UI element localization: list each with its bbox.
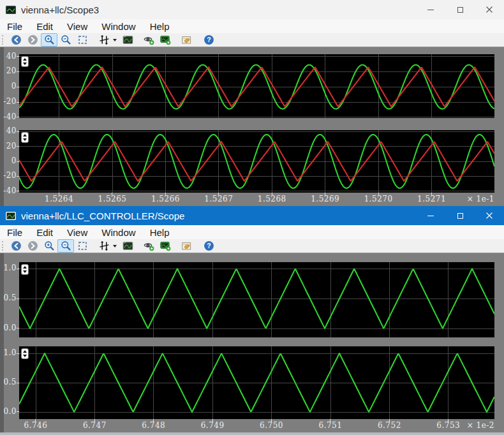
scope-canvas: 40200-20-40 40200-20-401.52641.52651.526… (0, 47, 504, 206)
autoscale-widget-icon[interactable] (21, 264, 29, 275)
ytick-mark (17, 161, 19, 162)
zoom-in-button[interactable] (41, 33, 57, 47)
menubar: FileEditViewWindowHelp (0, 225, 504, 239)
display-settings-button[interactable] (119, 239, 136, 253)
toolbar: ? (0, 239, 504, 253)
titlebar[interactable]: vienna+llc/LLC_CONTROLLER/Scope (0, 206, 504, 225)
forward-button[interactable] (24, 33, 41, 47)
help-button[interactable]: ? (200, 33, 217, 47)
toolbar-grip[interactable] (2, 241, 4, 251)
ytick-mark (17, 269, 19, 269)
xtick-label: 6.751 (313, 421, 348, 430)
ytick-mark (17, 176, 19, 177)
xtick-label: 1.5268 (254, 195, 290, 203)
fit-to-view-button[interactable] (74, 33, 91, 47)
up-arrow-icon (23, 134, 27, 136)
scope-canvas: 1.00.50.0 1.00.50.06.7466.7476.7486.7496… (0, 253, 504, 432)
scope3-plot-2[interactable]: 40200-20-401.52641.52651.52661.52671.526… (19, 130, 494, 193)
menu-item-edit[interactable]: Edit (29, 21, 60, 32)
zoom-out-button[interactable] (57, 33, 74, 47)
autoscale-widget-icon[interactable] (21, 56, 29, 67)
scope-app-icon (6, 212, 16, 220)
xtick-label: 6.748 (136, 421, 172, 430)
ytick-label: 0 (0, 156, 17, 165)
menu-item-file[interactable]: File (0, 21, 29, 32)
axes-scaling-button[interactable] (96, 33, 112, 47)
open-scope-button[interactable] (157, 239, 174, 253)
xtick-label: 6.749 (195, 421, 230, 430)
menu-item-window[interactable]: Window (94, 227, 142, 238)
maximize-button[interactable] (445, 206, 475, 225)
menubar: FileEditViewWindowHelp (0, 19, 504, 33)
minimize-button[interactable] (416, 0, 445, 19)
close-button[interactable] (475, 0, 504, 19)
llc-scope-plot-1[interactable]: 1.00.50.0 (19, 262, 494, 337)
scope-window-icon (160, 240, 171, 251)
xtick-label: 1.5266 (147, 195, 183, 203)
close-icon (486, 6, 493, 13)
help-icon: ? (204, 240, 214, 251)
ytick-label: -40 (0, 186, 17, 195)
zoom-out-button[interactable] (57, 239, 74, 253)
xtick-label: 1.5271 (414, 195, 450, 203)
signal-properties-button[interactable] (178, 239, 195, 253)
menu-item-view[interactable]: View (60, 227, 94, 238)
menu-item-edit[interactable]: Edit (29, 227, 60, 238)
plot-svg (19, 346, 494, 419)
help-button[interactable]: ? (200, 239, 217, 253)
minimize-icon (427, 10, 434, 10)
ytick-mark (17, 146, 19, 147)
back-button[interactable] (8, 33, 24, 47)
menu-item-help[interactable]: Help (143, 21, 177, 32)
minimize-icon (427, 216, 434, 216)
xtick-label: 1.5264 (41, 195, 77, 203)
axes-scaling-button[interactable] (96, 239, 112, 253)
ytick-label: 0.5 (0, 293, 17, 302)
ytick-label: -40 (0, 112, 17, 121)
back-button[interactable] (8, 239, 24, 253)
axes-scaling-icon (99, 34, 110, 45)
zoom-in-icon (44, 34, 55, 45)
autoscale-widget-icon[interactable] (21, 348, 29, 359)
menu-item-window[interactable]: Window (94, 21, 142, 32)
forward-button[interactable] (24, 239, 41, 253)
back-arrow-icon (11, 34, 22, 45)
ytick-mark (17, 117, 19, 117)
titlebar[interactable]: vienna+llc/Scope3 (0, 0, 504, 19)
up-arrow-icon (23, 350, 27, 353)
zoom-in-button[interactable] (41, 239, 57, 253)
highlight-block-button[interactable] (140, 33, 157, 47)
xtick-label: 6.750 (254, 421, 290, 430)
ytick-mark (17, 328, 19, 328)
window-controls (416, 206, 504, 225)
ytick-label: 40 (0, 52, 17, 61)
ytick-label: 1.0 (0, 348, 17, 357)
toolbar-grip[interactable] (2, 35, 4, 45)
highlight-block-button[interactable] (140, 239, 157, 253)
window-controls (416, 0, 504, 19)
xtick-label: 1.5270 (360, 195, 396, 203)
close-button[interactable] (475, 206, 504, 225)
svg-text:?: ? (207, 242, 211, 249)
fit-to-view-button[interactable] (74, 239, 91, 253)
window-bottom-frame (0, 432, 504, 435)
scope-app-icon (6, 6, 16, 14)
menu-item-help[interactable]: Help (143, 227, 177, 238)
maximize-button[interactable] (445, 0, 475, 19)
plot-svg (19, 262, 494, 337)
signal-properties-button[interactable] (178, 33, 195, 47)
plot-svg (19, 130, 494, 193)
menu-item-view[interactable]: View (60, 21, 94, 32)
menu-item-file[interactable]: File (0, 227, 29, 238)
scope3-plot-1[interactable]: 40200-20-40 (19, 54, 494, 118)
ytick-mark (17, 87, 19, 87)
llc-scope-plot-2[interactable]: 1.00.50.06.7466.7476.7486.7496.7506.7516… (19, 346, 494, 419)
eye-highlight-icon (144, 34, 154, 45)
open-scope-button[interactable] (157, 33, 174, 47)
minimize-button[interactable] (416, 206, 445, 225)
dropdown-caret-icon[interactable] (113, 245, 117, 247)
dropdown-caret-icon[interactable] (113, 39, 117, 41)
xtick-label: 1.5269 (308, 195, 343, 203)
autoscale-widget-icon[interactable] (21, 132, 29, 143)
display-settings-button[interactable] (119, 33, 136, 47)
